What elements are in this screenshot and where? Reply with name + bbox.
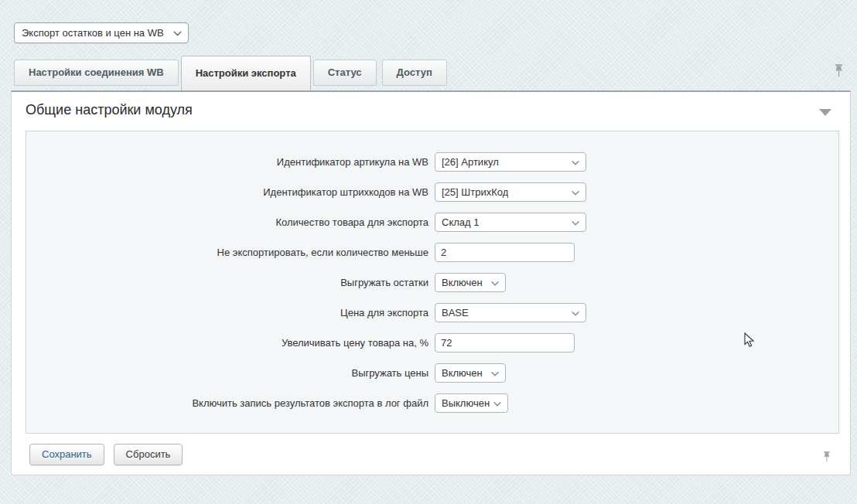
settings-panel: Общие настройки модуля Идентификатор арт… <box>11 90 851 475</box>
export-quantity-source-select[interactable]: Склад 1 <box>435 213 586 232</box>
field-label: Цена для экспорта <box>26 307 435 318</box>
module-selector-dropdown[interactable]: Экспорт остатков и цен на WB <box>14 22 189 43</box>
chevron-down-icon <box>491 367 499 379</box>
form-row: Выгружать цены Включен <box>26 358 838 388</box>
field-label: Включить запись результатов экспорта в л… <box>26 397 435 409</box>
form-row: Количество товара для экспорта Склад 1 <box>26 207 838 237</box>
chevron-down-icon <box>572 307 579 318</box>
pushpin-icon[interactable] <box>832 62 845 82</box>
form-row: Идентификатор штрихкодов на WB [25] Штри… <box>26 177 838 207</box>
field-label: Количество товара для экспорта <box>26 216 435 228</box>
field-label: Увеличивать цену товара на, % <box>26 337 435 349</box>
form-row: Цена для экспорта BASE <box>26 298 838 328</box>
tab-export-settings[interactable]: Настройки экспорта <box>181 56 311 90</box>
field-label: Выгружать остатки <box>26 277 435 288</box>
form-row: Увеличивать цену товара на, % <box>26 328 838 358</box>
module-selector-value: Экспорт остатков и цен на WB <box>22 27 164 39</box>
section-title: Общие настройки модуля <box>26 102 193 118</box>
pushpin-icon[interactable] <box>821 449 831 467</box>
collapse-triangle-icon[interactable] <box>819 109 831 116</box>
page: Экспорт остатков и цен на WB Настройки с… <box>0 0 857 504</box>
reset-button[interactable]: Сбросить <box>114 444 183 465</box>
form-row: Включить запись результатов экспорта в л… <box>26 388 838 418</box>
article-identifier-select[interactable]: [26] Артикул <box>435 152 586 172</box>
log-export-results-select[interactable]: Выключен <box>435 393 508 413</box>
form-row: Идентификатор артикула на WB [26] Артику… <box>26 147 838 177</box>
upload-stocks-select[interactable]: Включен <box>435 273 506 292</box>
field-label: Идентификатор артикула на WB <box>26 156 435 168</box>
chevron-down-icon <box>493 397 501 409</box>
tab-access[interactable]: Доступ <box>382 60 447 86</box>
price-increase-percent-input[interactable] <box>435 333 575 352</box>
field-label: Не экспортировать, если количество меньш… <box>26 247 435 258</box>
tab-status[interactable]: Статус <box>313 60 377 86</box>
min-quantity-threshold-input[interactable] <box>435 243 575 262</box>
field-label: Выгружать цены <box>26 367 435 379</box>
form-rows: Идентификатор артикула на WB [26] Артику… <box>26 147 838 418</box>
form-actions: Сохранить Сбросить <box>29 444 183 465</box>
save-button[interactable]: Сохранить <box>29 444 104 465</box>
chevron-down-icon <box>572 216 579 228</box>
form-row: Не экспортировать, если количество меньш… <box>26 237 838 267</box>
upload-prices-select[interactable]: Включен <box>435 363 506 383</box>
chevron-down-icon <box>491 277 499 288</box>
export-price-type-select[interactable]: BASE <box>435 303 586 322</box>
chevron-down-icon <box>572 186 579 198</box>
field-label: Идентификатор штрихкодов на WB <box>26 186 435 198</box>
tab-connection-settings[interactable]: Настройки соединения WB <box>14 60 179 86</box>
chevron-down-icon <box>572 156 579 168</box>
tab-bar: Настройки соединения WB Настройки экспор… <box>11 55 851 90</box>
barcode-identifier-select[interactable]: [25] ШтрихКод <box>435 182 586 202</box>
general-settings-form: Идентификатор артикула на WB [26] Артику… <box>26 131 839 434</box>
chevron-down-icon <box>173 27 182 39</box>
form-row: Выгружать остатки Включен <box>26 267 838 298</box>
